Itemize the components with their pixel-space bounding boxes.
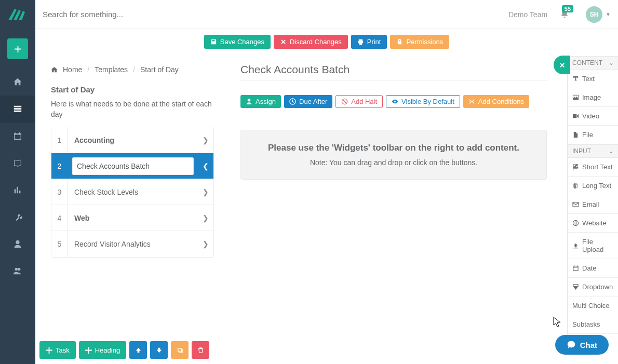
widget-multi-choice[interactable]: Multi Choice xyxy=(568,296,618,315)
assign-button[interactable]: Assign xyxy=(240,95,281,108)
breadcrumb-home[interactable]: Home xyxy=(63,65,82,74)
permissions-button[interactable]: Permissions xyxy=(390,35,449,49)
main: Home / Templates / Start of Day Start of… xyxy=(35,51,618,364)
text-icon xyxy=(572,75,579,82)
task-label: Record Visitor Analytics xyxy=(68,240,198,248)
user-menu-caret[interactable]: ▼ xyxy=(606,11,611,17)
file-icon xyxy=(572,131,579,138)
file-upload-icon xyxy=(572,242,579,249)
add-button[interactable] xyxy=(7,38,28,59)
task-num: 5 xyxy=(51,231,68,257)
nav-home[interactable] xyxy=(0,69,35,96)
chat-button[interactable]: Chat xyxy=(555,335,609,355)
topbar: Demo Team 55 SH ▼ xyxy=(35,0,618,29)
permissions-label: Permissions xyxy=(406,38,443,46)
print-label: Print xyxy=(367,38,381,46)
panel-title: Start of Day xyxy=(51,85,214,94)
widget-label: Email xyxy=(582,200,599,208)
widget-section-content[interactable]: CONTENT⌄ xyxy=(568,56,618,70)
widget-label: File xyxy=(582,131,593,139)
widget-section-input[interactable]: INPUT⌄ xyxy=(568,144,618,158)
add-heading-button[interactable]: Heading xyxy=(79,341,126,359)
task-list: 1Accounting❯2❮3Check Stock Levels❯4Web❯5… xyxy=(51,127,214,258)
chevron-right-icon: ❯ xyxy=(198,214,213,222)
nav-user[interactable] xyxy=(0,231,35,258)
nav-calendar[interactable] xyxy=(0,123,35,150)
widget-file-upload[interactable]: File Upload xyxy=(568,233,618,259)
widget-short-text[interactable]: Short Text xyxy=(568,158,618,177)
bottom-bar: Task Heading xyxy=(39,341,209,359)
short-text-icon xyxy=(572,164,579,170)
widget-email[interactable]: Email xyxy=(568,195,618,214)
widget-video[interactable]: Video xyxy=(568,107,618,126)
delete-button[interactable] xyxy=(192,341,209,359)
task-item-1[interactable]: 1Accounting❯ xyxy=(51,127,213,153)
task-num: 4 xyxy=(51,205,68,231)
discard-button[interactable]: Discard Changes xyxy=(274,35,348,49)
task-num: 3 xyxy=(51,179,68,205)
widget-label: Date xyxy=(582,264,596,272)
breadcrumb: Home / Templates / Start of Day xyxy=(51,65,179,74)
video-icon xyxy=(572,113,579,119)
notification-count: 55 xyxy=(562,5,573,12)
content-drop-zone[interactable]: Please use the 'Widgets' toolbar on the … xyxy=(240,130,547,180)
email-icon xyxy=(572,201,579,208)
widget-date[interactable]: Date xyxy=(568,259,618,278)
widget-text[interactable]: Text xyxy=(568,70,618,88)
visible-button[interactable]: Visible By Default xyxy=(386,95,460,108)
move-up-button[interactable] xyxy=(129,341,147,359)
widget-label: Website xyxy=(582,219,607,227)
nav-settings[interactable] xyxy=(0,204,35,231)
dropdown-icon xyxy=(572,284,579,290)
widget-website[interactable]: Website xyxy=(568,214,618,233)
nav-reports[interactable] xyxy=(0,177,35,204)
page-toolbar: Save Changes Discard Changes Print Permi… xyxy=(35,30,618,51)
chevron-down-icon: ⌄ xyxy=(609,59,614,66)
team-name[interactable]: Demo Team xyxy=(508,10,547,19)
image-icon xyxy=(572,94,579,101)
widget-long-text[interactable]: Long Text xyxy=(568,177,618,195)
task-item-2[interactable]: 2❮ xyxy=(51,153,213,179)
task-num: 2 xyxy=(51,153,68,179)
website-icon xyxy=(572,220,579,226)
widget-file[interactable]: File xyxy=(568,126,618,144)
add-halt-button[interactable]: Add Halt xyxy=(335,95,383,108)
nav-users[interactable] xyxy=(0,258,35,285)
add-task-button[interactable]: Task xyxy=(39,341,76,359)
app-logo[interactable] xyxy=(0,0,35,29)
task-item-4[interactable]: 4Web❯ xyxy=(51,205,213,231)
widget-label: Video xyxy=(582,112,599,120)
drop-main-text: Please use the 'Widgets' toolbar on the … xyxy=(251,143,536,153)
widget-dropdown[interactable]: Dropdown xyxy=(568,278,618,296)
save-button[interactable]: Save Changes xyxy=(204,35,271,49)
detail-title: Check Accounts Batch xyxy=(240,63,547,76)
duplicate-button[interactable] xyxy=(171,341,189,359)
task-panel: Start of Day Here is what needs to be do… xyxy=(51,79,214,258)
save-label: Save Changes xyxy=(220,38,264,46)
avatar[interactable]: SH xyxy=(586,6,602,23)
detail-actions: Assign Due After Add Halt Visible By Def… xyxy=(240,95,547,108)
nav-templates[interactable] xyxy=(0,96,35,123)
widget-label: Text xyxy=(582,75,595,83)
nav-book[interactable] xyxy=(0,150,35,177)
task-item-5[interactable]: 5Record Visitor Analytics❯ xyxy=(51,231,213,257)
move-down-button[interactable] xyxy=(150,341,168,359)
breadcrumb-current: Start of Day xyxy=(140,65,179,74)
widget-label: Dropdown xyxy=(582,283,613,291)
task-item-3[interactable]: 3Check Stock Levels❯ xyxy=(51,179,213,205)
date-icon xyxy=(572,265,579,272)
breadcrumb-templates[interactable]: Templates xyxy=(95,65,128,74)
widget-image[interactable]: Image xyxy=(568,88,618,107)
widget-subtasks[interactable]: Subtasks xyxy=(568,315,618,334)
widget-label: Multi Choice xyxy=(572,302,610,309)
panel-description: Here is what needs to be done at the sta… xyxy=(51,99,214,119)
widgets-close-button[interactable] xyxy=(554,56,570,74)
chevron-right-icon: ❯ xyxy=(198,188,213,196)
print-button[interactable]: Print xyxy=(351,35,387,49)
conditions-button[interactable]: Add Conditions xyxy=(463,95,529,108)
due-after-button[interactable]: Due After xyxy=(284,95,332,108)
search-input[interactable] xyxy=(43,10,508,19)
task-title-input[interactable] xyxy=(72,157,194,175)
notifications[interactable]: 55 xyxy=(560,9,569,20)
drop-sub-text: Note: You can drag and drop or click on … xyxy=(251,158,536,167)
